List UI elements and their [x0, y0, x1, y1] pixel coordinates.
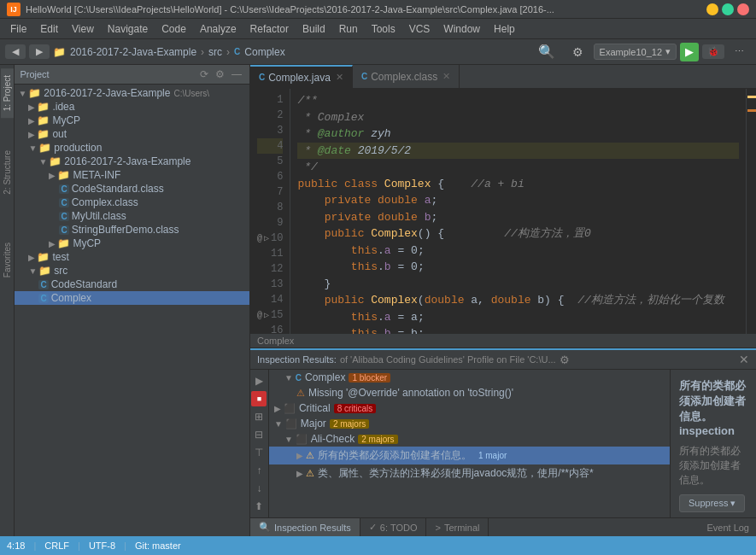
run-config-label: Example10_12	[600, 47, 662, 57]
project-folder-icon: 📁	[53, 46, 66, 58]
maximize-button[interactable]	[722, 3, 734, 15]
search-everywhere-btn[interactable]: 🔍	[531, 42, 562, 61]
menu-tools[interactable]: Tools	[365, 21, 402, 37]
list-item[interactable]: C Complex	[15, 291, 249, 305]
nav-src[interactable]: src	[208, 46, 222, 58]
back-button[interactable]: ◀	[5, 44, 26, 59]
list-item[interactable]: C MyUtil.class	[15, 209, 249, 223]
list-item[interactable]: C Complex.class	[15, 196, 249, 209]
stop-btn[interactable]: ■	[251, 391, 267, 406]
list-item[interactable]: ▶ 📁 .idea	[15, 100, 249, 114]
list-item[interactable]: ▼ 📁 2016-2017-2-Java-Example	[15, 155, 249, 168]
expand-btn[interactable]: ⊞	[251, 409, 267, 424]
collapse-tree-btn[interactable]: ⊟	[251, 427, 267, 442]
menu-build[interactable]: Build	[296, 21, 332, 37]
settings-btn[interactable]: ⚙	[566, 44, 590, 61]
structure-tab[interactable]: 2: Structure	[1, 143, 14, 202]
list-item[interactable]: ▶ 📁 test	[15, 250, 249, 264]
export-btn[interactable]: ⬆	[251, 499, 267, 514]
panel-path: of 'Alibaba Coding Guidelines' Profile o…	[340, 354, 556, 365]
menu-bar: File Edit View Navigate Code Analyze Ref…	[0, 19, 756, 39]
tab-class-label: Complex.class	[371, 71, 437, 83]
close-button[interactable]	[737, 3, 749, 15]
nav-project[interactable]: 2016-2017-2-Java-Example	[70, 46, 196, 58]
menu-vcs[interactable]: VCS	[402, 21, 437, 37]
idea-label: .idea	[52, 101, 74, 113]
out-folder-icon: 📁	[37, 128, 50, 140]
line-num-5: 5	[257, 154, 283, 169]
list-item[interactable]: C CodeStandard	[15, 278, 249, 291]
list-item[interactable]: ▶ 📁 MyCP	[15, 114, 249, 127]
sync-btn[interactable]: ⟳	[197, 67, 211, 81]
list-item[interactable]: ▶ ⚠ 所有的类都必须添加创建者信息。 1 major	[269, 447, 670, 464]
meta-folder-icon: 📁	[57, 169, 70, 181]
rerun-btn[interactable]: ▶	[251, 373, 267, 388]
menu-help[interactable]: Help	[487, 21, 522, 37]
list-item[interactable]: ▶ 📁 out	[15, 127, 249, 141]
suppress-button[interactable]: Suppress ▾	[679, 494, 746, 512]
forward-button[interactable]: ▶	[29, 44, 50, 59]
menu-navigate[interactable]: Navigate	[101, 21, 155, 37]
debug-button[interactable]: 🐞	[702, 44, 724, 59]
menu-refactor[interactable]: Refactor	[243, 21, 296, 37]
detail-title: 所有的类都必须添加创建者信息。 inspection	[679, 378, 747, 437]
list-item[interactable]: ▶ ⬛ Critical 8 criticals	[269, 400, 670, 416]
run-button[interactable]: ▶	[680, 43, 699, 61]
codestandard-label: CodeStandard	[51, 278, 117, 290]
nav-file[interactable]: Complex	[244, 46, 284, 58]
tab-java-close[interactable]: ✕	[336, 72, 343, 83]
list-item[interactable]: C CodeStandard.class	[15, 182, 249, 196]
menu-window[interactable]: Window	[437, 21, 487, 37]
list-item[interactable]: ▼ 📁 src	[15, 264, 249, 278]
override-warn-icon: ⚠	[296, 388, 305, 399]
panel-close-button[interactable]: ✕	[739, 353, 749, 366]
list-item[interactable]: ▼ ⬛ Ali-Check 2 majors	[269, 431, 670, 447]
list-item[interactable]: ▼ 📁 production	[15, 141, 249, 155]
project-tab[interactable]: 1: Project	[1, 68, 14, 118]
run-config-dropdown[interactable]: Example10_12 ▾	[594, 44, 677, 60]
menu-analyze[interactable]: Analyze	[193, 21, 243, 37]
minimize-button[interactable]	[706, 3, 718, 15]
mycp2-arrow: ▶	[49, 239, 56, 248]
tab-terminal[interactable]: > Terminal	[426, 518, 489, 536]
filter-btn[interactable]: ⊤	[251, 445, 267, 460]
code-line-5: */	[297, 159, 739, 176]
panel-gear-button[interactable]: ⚙	[560, 353, 570, 366]
list-item[interactable]: ▶ 📁 META-INF	[15, 168, 249, 182]
tab-complex-class[interactable]: C Complex.class ✕	[353, 65, 460, 88]
tab-todo[interactable]: ✓ 6: TODO	[360, 518, 427, 536]
menu-edit[interactable]: Edit	[33, 21, 65, 37]
critical-label: Critical	[299, 402, 331, 414]
up-btn[interactable]: ↑	[251, 463, 267, 478]
title-bar: IJ HelloWorld [C:\Users\\IdeaProjects\He…	[0, 0, 756, 19]
menu-file[interactable]: File	[3, 21, 33, 37]
tab-class-close[interactable]: ✕	[442, 71, 450, 82]
menu-view[interactable]: View	[65, 21, 101, 37]
code-area[interactable]: /** * Complex * @author zyh * @date 2019…	[290, 89, 746, 334]
tab-complex-java[interactable]: C Complex.java ✕	[250, 65, 353, 88]
event-log-button[interactable]: Event Log	[700, 521, 756, 535]
cog-btn[interactable]: ⚙	[213, 67, 227, 81]
code-editor[interactable]: 1 2 3 4 5 6 7 8 9 @▷10 11 12 13 14 @▷15 …	[250, 89, 756, 334]
list-item[interactable]: ▼ C Complex 1 blocker	[269, 370, 670, 385]
status-sep-1: |	[33, 540, 36, 551]
down-btn[interactable]: ↓	[251, 481, 267, 496]
favorites-tab[interactable]: Favorites	[1, 236, 14, 284]
list-item[interactable]: ⚠ Missing '@Override' annotation on 'toS…	[269, 385, 670, 400]
breadcrumb-nav: 📁 2016-2017-2-Java-Example › src › C Com…	[53, 46, 285, 58]
list-item[interactable]: ▶ ⚠ 类、属性、类方法的注释必须使用javadoc规范，使用/**内容*	[269, 464, 670, 482]
list-item[interactable]: ▶ 📁 MyCP	[15, 237, 249, 250]
project-header-label: Project	[20, 69, 49, 79]
menu-run[interactable]: Run	[332, 21, 365, 37]
list-item[interactable]: ▼ ⬛ Major 2 majors	[269, 416, 670, 431]
tree-root[interactable]: ▼ 📁 2016-2017-2-Java-Example C:\Users\	[15, 86, 249, 100]
collapse-btn[interactable]: —	[229, 67, 244, 81]
inspection-detail: 所有的类都必须添加创建者信息。 inspection 所有的类都必须添加创建者信…	[671, 370, 756, 517]
inspection-tree: ▼ C Complex 1 blocker ⚠ Missing '@Overri…	[269, 370, 671, 517]
detail-desc: 所有的类都必须添加创建者信息。	[679, 444, 747, 488]
more-actions-btn[interactable]: ⋯	[728, 44, 751, 59]
menu-code[interactable]: Code	[155, 21, 193, 37]
tab-inspection-results[interactable]: 🔍 Inspection Results	[250, 518, 360, 536]
side-panel-tabs: 1: Project 2: Structure Favorites	[0, 65, 15, 536]
list-item[interactable]: C StringBufferDemo.class	[15, 223, 249, 237]
